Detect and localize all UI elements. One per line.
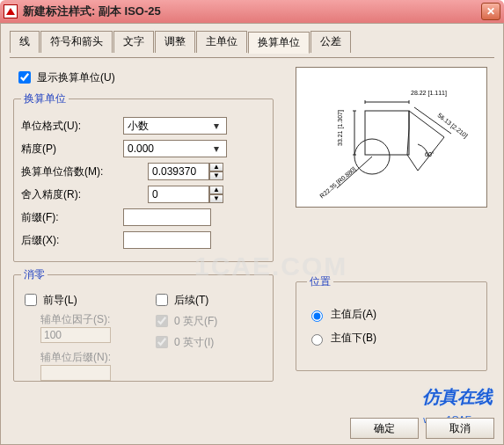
preview-diag-dim: 56.13 [2.210] [436, 112, 469, 139]
tab-lines[interactable]: 线 [10, 31, 40, 53]
tab-content: 显示换算单位(U) 28.22 [1.111] [10, 57, 494, 391]
position-below-row: 主值下(B) [307, 331, 476, 346]
svg-marker-2 [407, 111, 444, 171]
tab-text[interactable]: 文字 [113, 31, 154, 53]
feet-row: 0 英尺(F) [152, 312, 266, 330]
close-button[interactable]: ✕ [481, 3, 500, 20]
feet-checkbox [156, 315, 168, 327]
subfactor-label: 辅单位因子(S): [40, 312, 135, 327]
precision-select[interactable]: 0.000 ▾ [123, 140, 227, 157]
left-column: 换算单位 单位格式(U): 小数 ▾ 精度(P) 0.000 ▾ [10, 91, 274, 382]
inches-label: 0 英寸(I) [174, 335, 214, 350]
preview-top-dim: 28.22 [1.111] [411, 90, 447, 97]
round-spinner[interactable]: ▲▼ [209, 186, 223, 203]
prefix-label: 前缀(F): [21, 210, 118, 225]
group-zero: 消零 前导(L) 辅单位因子(S): 辅单位后缀(N): [13, 267, 274, 382]
prefix-input[interactable] [123, 208, 211, 226]
dialog-body: 线 符号和箭头 文字 调整 主单位 换算单位 公差 显示换算单位(U) [0, 23, 504, 445]
unit-format-select[interactable]: 小数 ▾ [123, 117, 227, 135]
multiplier-row: 换算单位倍数(M): ▲▼ [21, 163, 266, 180]
position-after-radio[interactable] [311, 310, 323, 322]
preview-drawing: 28.22 [1.111] 33.21 [1.307] 56.13 [2.210… [303, 76, 479, 199]
group-position: 位置 主值后(A) 主值下(B) [296, 274, 487, 371]
show-alt-units-checkbox[interactable] [18, 71, 31, 84]
cancel-button[interactable]: 取消 [426, 418, 494, 439]
position-below-radio[interactable] [311, 334, 323, 346]
tab-symbols[interactable]: 符号和箭头 [40, 31, 113, 53]
tab-alt-units[interactable]: 换算单位 [248, 32, 310, 54]
preview-radius: R22.35 [R0.880] [318, 165, 357, 199]
trailing-row: 后续(T) [152, 291, 266, 309]
tab-primary-units[interactable]: 主单位 [196, 31, 247, 53]
title: 新建标注样式: 副本 ISO-25 [23, 4, 161, 19]
unit-format-value: 小数 [128, 119, 149, 134]
position-after-row: 主值后(A) [307, 307, 476, 322]
footer-buttons: 确定 取消 [350, 418, 494, 439]
unit-format-row: 单位格式(U): 小数 ▾ [21, 117, 266, 135]
inches-checkbox [156, 336, 168, 348]
tabs: 线 符号和箭头 文字 调整 主单位 换算单位 公差 [10, 31, 494, 53]
group-position-legend: 位置 [307, 274, 333, 289]
chevron-down-icon: ▾ [210, 142, 223, 155]
leading-label: 前导(L) [43, 293, 77, 308]
trailing-checkbox[interactable] [156, 294, 168, 306]
tab-fit[interactable]: 调整 [155, 31, 195, 53]
tab-tolerance[interactable]: 公差 [310, 31, 351, 53]
subsuffix-row: 辅单位后缀(N): [40, 350, 135, 381]
subsuffix-input [40, 365, 111, 381]
titlebar: 新建标注样式: 副本 ISO-25 ✕ [0, 0, 504, 23]
position-below-label: 主值下(B) [331, 331, 376, 346]
unit-format-label: 单位格式(U): [21, 119, 118, 134]
group-alt-units-legend: 换算单位 [21, 91, 69, 106]
leading-checkbox[interactable] [25, 294, 37, 306]
subfactor-input [40, 327, 111, 343]
position-after-label: 主值后(A) [331, 307, 376, 322]
round-row: 舍入精度(R): ▲▼ [21, 186, 266, 203]
round-input[interactable] [148, 186, 209, 203]
multiplier-label: 换算单位倍数(M): [21, 164, 118, 179]
multiplier-input[interactable] [148, 163, 209, 180]
preview-pane: 28.22 [1.111] 33.21 [1.307] 56.13 [2.210… [296, 67, 487, 208]
svg-rect-0 [365, 111, 409, 155]
preview-angle: 60° [425, 151, 435, 157]
show-alt-units-label: 显示换算单位(U) [37, 70, 115, 85]
multiplier-spinner[interactable]: ▲▼ [209, 163, 223, 180]
feet-label: 0 英尺(F) [174, 314, 217, 329]
chevron-down-icon: ▾ [210, 120, 223, 132]
precision-label: 精度(P) [21, 142, 118, 157]
inches-row: 0 英寸(I) [152, 333, 266, 351]
watermark-logo: 仿真在线 [422, 385, 493, 409]
prefix-row: 前缀(F): [21, 208, 266, 226]
trailing-label: 后续(T) [174, 293, 208, 308]
group-zero-legend: 消零 [21, 267, 47, 282]
precision-value: 0.000 [128, 142, 154, 155]
suffix-label: 后缀(X): [21, 233, 118, 248]
subfactor-row: 辅单位因子(S): [40, 312, 135, 343]
round-label: 舍入精度(R): [21, 187, 118, 202]
preview-left-dim: 33.21 [1.307] [337, 110, 344, 146]
suffix-input[interactable] [123, 231, 211, 249]
group-alt-units: 换算单位 单位格式(U): 小数 ▾ 精度(P) 0.000 ▾ [13, 91, 274, 262]
suffix-row: 后缀(X): [21, 231, 266, 249]
precision-row: 精度(P) 0.000 ▾ [21, 140, 266, 157]
ok-button[interactable]: 确定 [350, 418, 419, 439]
subsuffix-label: 辅单位后缀(N): [40, 350, 135, 365]
app-icon [4, 4, 18, 18]
leading-row: 前导(L) [21, 291, 135, 309]
